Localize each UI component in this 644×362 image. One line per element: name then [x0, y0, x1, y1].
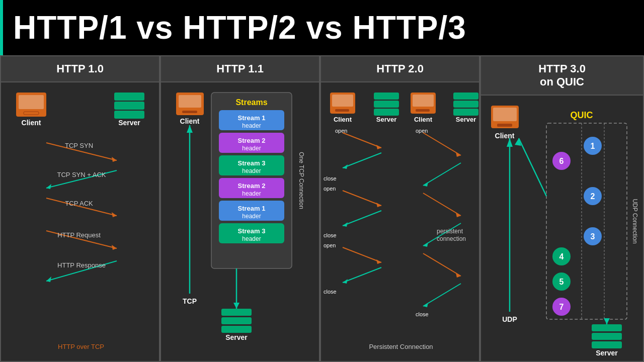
svg-text:close: close: [324, 175, 337, 182]
svg-line-75: [343, 133, 381, 148]
svg-text:Server: Server: [456, 116, 476, 123]
svg-text:TCP SYN + ACK: TCP SYN + ACK: [57, 171, 106, 178]
svg-text:header: header: [242, 213, 261, 220]
svg-marker-57: [233, 303, 239, 309]
svg-text:HTTP Response: HTTP Response: [57, 261, 106, 269]
svg-rect-25: [179, 95, 201, 108]
svg-text:header: header: [242, 167, 261, 174]
svg-marker-15: [112, 212, 117, 217]
title-bar: HTTP/1 vs HTTP/2 vs HTTP/3: [0, 0, 644, 55]
section-header-http11: HTTP 1.1: [161, 56, 319, 82]
svg-text:Client: Client: [334, 116, 352, 123]
svg-text:Server: Server: [118, 119, 140, 127]
svg-text:open: open: [335, 128, 347, 134]
svg-line-95: [423, 163, 461, 186]
svg-text:persistent: persistent: [437, 228, 463, 235]
svg-rect-67: [413, 95, 434, 107]
svg-marker-104: [423, 303, 428, 307]
svg-rect-60: [335, 109, 349, 112]
svg-text:Client: Client: [22, 119, 41, 127]
svg-rect-64: [374, 109, 399, 116]
section-http10: HTTP 1.0 Client Server: [0, 55, 160, 362]
svg-text:close: close: [324, 232, 337, 238]
svg-marker-78: [343, 164, 348, 169]
svg-text:TCP ACK: TCP ACK: [65, 200, 93, 207]
svg-line-81: [343, 191, 381, 206]
section-header-http10: HTTP 1.0: [1, 56, 159, 82]
svg-line-83: [343, 211, 381, 226]
svg-line-89: [343, 267, 381, 283]
svg-text:Stream 1: Stream 1: [238, 205, 266, 212]
svg-text:HTTP Request: HTTP Request: [57, 231, 101, 239]
svg-rect-5: [114, 102, 144, 110]
svg-rect-137: [592, 324, 622, 331]
svg-text:Stream 2: Stream 2: [238, 137, 266, 144]
svg-marker-100: [423, 242, 428, 247]
http11-diagram: Client Streams Stream 1 header Stream 2 …: [161, 82, 321, 356]
svg-rect-63: [374, 101, 399, 108]
svg-rect-4: [114, 93, 144, 101]
svg-text:Stream 3: Stream 3: [238, 227, 266, 235]
svg-marker-96: [423, 182, 428, 187]
svg-line-101: [423, 253, 461, 276]
svg-text:5: 5: [559, 278, 564, 286]
svg-text:close: close: [324, 289, 337, 295]
svg-text:Server: Server: [596, 349, 618, 357]
svg-rect-62: [374, 93, 399, 100]
svg-line-77: [343, 153, 381, 168]
svg-text:Streams: Streams: [235, 98, 267, 107]
svg-text:1: 1: [591, 142, 595, 150]
svg-line-97: [423, 193, 461, 216]
svg-line-93: [423, 133, 461, 155]
svg-text:header: header: [242, 235, 261, 242]
svg-line-103: [423, 284, 461, 306]
svg-text:6: 6: [559, 157, 564, 165]
svg-text:open: open: [324, 186, 336, 192]
section-http30: HTTP 3.0 on QUIC Client QUIC UDP Connect…: [480, 55, 644, 362]
svg-text:TCP: TCP: [183, 297, 197, 305]
svg-rect-72: [453, 109, 478, 116]
svg-line-87: [343, 247, 381, 262]
section-header-http30: HTTP 3.0 on QUIC: [481, 56, 643, 96]
svg-rect-6: [114, 111, 144, 119]
svg-text:header: header: [242, 122, 261, 129]
http10-diagram: Client Server TCP SYN TCP SYN + ACK: [1, 82, 161, 356]
svg-text:TCP SYN: TCP SYN: [65, 142, 93, 149]
svg-rect-52: [221, 309, 252, 316]
svg-text:4: 4: [559, 252, 564, 261]
http30-diagram: Client QUIC UDP Connection 6 4 5: [481, 96, 644, 362]
svg-text:7: 7: [559, 303, 564, 311]
svg-text:Stream 1: Stream 1: [238, 114, 266, 122]
svg-text:Persistent Connection: Persistent Connection: [369, 343, 433, 350]
svg-text:open: open: [324, 242, 336, 248]
svg-text:Client: Client: [414, 116, 433, 123]
svg-rect-111: [497, 124, 512, 127]
svg-text:Stream 3: Stream 3: [238, 159, 266, 167]
svg-text:Client: Client: [180, 117, 200, 125]
svg-rect-26: [182, 111, 197, 113]
svg-rect-70: [453, 93, 478, 100]
http10-inner: Client Server TCP SYN TCP SYN + ACK: [1, 82, 159, 361]
svg-rect-110: [493, 108, 517, 121]
svg-text:connection: connection: [437, 235, 466, 242]
page-title: HTTP/1 vs HTTP/2 vs HTTP/3: [13, 9, 466, 46]
svg-text:2: 2: [591, 192, 595, 201]
svg-rect-59: [332, 95, 353, 107]
svg-marker-142: [604, 318, 610, 324]
svg-text:HTTP over TCP: HTTP over TCP: [58, 343, 104, 350]
svg-text:Stream 2: Stream 2: [238, 182, 266, 190]
svg-text:UDP Connection: UDP Connection: [631, 199, 638, 243]
svg-marker-90: [343, 279, 348, 284]
svg-rect-139: [592, 341, 622, 348]
http20-diagram: Client Server Client: [321, 82, 481, 356]
svg-rect-54: [221, 326, 252, 333]
http11-inner: Client Streams Stream 1 header Stream 2 …: [161, 82, 319, 361]
svg-marker-21: [46, 277, 51, 282]
svg-text:3: 3: [591, 232, 595, 241]
svg-rect-1: [19, 95, 44, 109]
main-content: HTTP 1.0 Client Server: [0, 55, 644, 362]
svg-text:One TCP Connection: One TCP Connection: [298, 152, 305, 209]
http20-inner: Client Server Client: [321, 82, 479, 361]
section-header-http20: HTTP 2.0: [321, 56, 479, 82]
svg-marker-51: [187, 125, 193, 133]
